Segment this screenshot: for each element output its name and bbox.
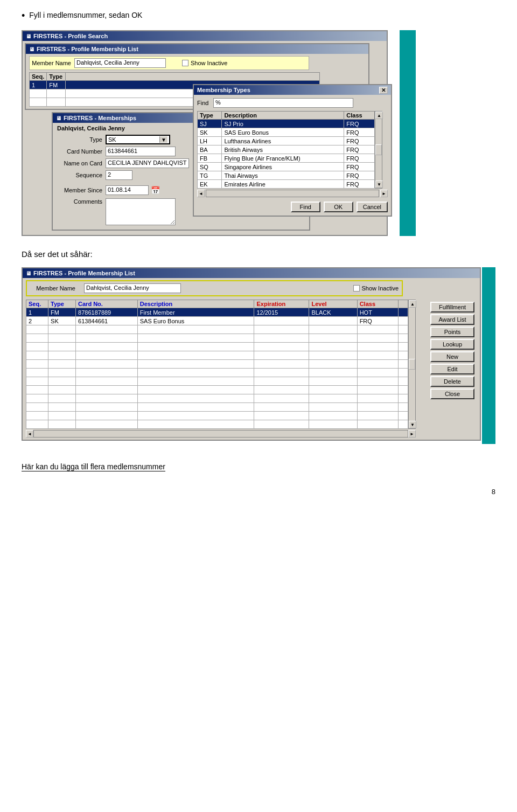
- points-button[interactable]: Points: [430, 327, 474, 337]
- second-scroll-down[interactable]: ▼: [409, 421, 416, 428]
- second-scrollbar[interactable]: ▲ ▼: [408, 300, 416, 429]
- type-dropdown-arrow[interactable]: ▼: [159, 136, 167, 143]
- member-since-label: Member Since: [57, 187, 106, 193]
- member-name-input[interactable]: Dahlqvist, Cecilia Jenny: [74, 58, 166, 68]
- checkbox-box[interactable]: [182, 60, 188, 66]
- footer-text: Här kan du lägga till flera medlemsnumme…: [22, 462, 165, 471]
- cell-cardno: 613844661: [76, 317, 138, 325]
- find-label: Find: [197, 100, 213, 106]
- comments-label: Comments: [57, 198, 106, 205]
- mtype-table-row[interactable]: BA British Airways FRQ: [198, 145, 375, 154]
- cell-type: FM: [48, 308, 76, 317]
- mtype-cell-desc: Thai Airways: [222, 171, 344, 180]
- table-row-empty: [26, 420, 408, 429]
- second-member-name-label: Member Name: [30, 285, 79, 292]
- mtype-table-row[interactable]: LH Lufthansa Airlines FRQ: [198, 137, 375, 145]
- second-scroll-up[interactable]: ▲: [409, 300, 416, 308]
- cell-cardno: 8786187889: [76, 308, 138, 317]
- second-scroll-right[interactable]: ►: [408, 430, 416, 438]
- scroll-down-arrow[interactable]: ▼: [375, 181, 383, 188]
- second-membership-list-window: 🖥 FIRSTRES - Profile Membership List Mem…: [22, 267, 481, 441]
- table-row[interactable]: 1 FM 8786187889 First Member 12/2015 BLA…: [26, 308, 408, 317]
- second-show-inactive[interactable]: Show Inactive: [353, 285, 399, 292]
- table-row-empty: [26, 377, 408, 386]
- ok-button[interactable]: OK: [324, 202, 353, 212]
- type-dropdown[interactable]: SK ▼: [106, 135, 170, 144]
- mtype-table-row[interactable]: FB Flying Blue (Air France/KLM) FRQ: [198, 154, 375, 163]
- memberships-icon: 🖥: [56, 115, 61, 121]
- cell-type: FM: [47, 81, 66, 89]
- col-empty: [66, 73, 320, 81]
- mtype-cell-desc: SAS Euro Bonus: [222, 128, 344, 137]
- fulfillment-button[interactable]: Fulfillment: [430, 302, 474, 313]
- mtype-col-type: Type: [198, 112, 222, 120]
- table-row-empty: [26, 360, 408, 369]
- find-button[interactable]: Find: [291, 202, 320, 212]
- edit-button[interactable]: Edit: [430, 364, 474, 374]
- mtype-cell-desc: SJ Prio: [222, 120, 344, 128]
- teal-decoration-2: [482, 267, 495, 444]
- mtype-cell-type: FB: [198, 154, 222, 163]
- mtype-cell-class: FRQ: [344, 180, 375, 189]
- col-desc: Description: [137, 300, 254, 308]
- mtype-cell-class: FRQ: [344, 171, 375, 180]
- card-number-input[interactable]: 613844661: [106, 147, 176, 156]
- table-row-empty: [26, 369, 408, 377]
- scroll-up-arrow[interactable]: ▲: [375, 112, 383, 119]
- mtype-cell-type: SK: [198, 128, 222, 137]
- scroll-left-arrow[interactable]: ◄: [197, 190, 205, 197]
- cell-empty: [399, 308, 408, 317]
- close-button[interactable]: Close: [430, 388, 474, 399]
- cancel-button[interactable]: Cancel: [357, 202, 388, 212]
- bullet-text: Fyll i medlemsnummer, sedan OK: [22, 11, 495, 20]
- col-level: Level: [309, 300, 357, 308]
- mtype-cell-type: SJ: [198, 120, 222, 128]
- mtype-table-row[interactable]: SJ SJ Prio FRQ: [198, 120, 375, 128]
- cell-seq: 2: [26, 317, 48, 325]
- member-name-label: Member Name: [31, 60, 74, 66]
- profile-membership-icon: 🖥: [29, 46, 34, 52]
- member-since-input[interactable]: 01.08.14: [106, 185, 149, 195]
- second-scroll-left[interactable]: ◄: [26, 430, 33, 438]
- cell-desc: SAS Euro Bonus: [137, 317, 254, 325]
- membership-types-dialog: Membership Types ✕ Find %: [193, 84, 392, 217]
- membership-types-title: Membership Types ✕: [194, 85, 391, 95]
- calendar-icon[interactable]: 📅: [151, 186, 160, 195]
- table-row-empty: [26, 412, 408, 420]
- mtype-cell-class: FRQ: [344, 163, 375, 171]
- col-seq: Seq.: [30, 73, 47, 81]
- profile-search-title: 🖥 FIRSTRES - Profile Search: [23, 31, 387, 41]
- mtype-table-row[interactable]: EK Emirates Airline FRQ: [198, 180, 375, 189]
- type-label: Type: [57, 136, 106, 143]
- delete-button[interactable]: Delete: [430, 376, 474, 387]
- second-member-name-input[interactable]: Dahlqvist, Cecilia Jenny: [84, 283, 181, 293]
- show-inactive-checkbox[interactable]: Show Inactive: [182, 60, 227, 66]
- mtype-table-row[interactable]: TG Thai Airways FRQ: [198, 171, 375, 180]
- mtype-cell-type: TG: [198, 171, 222, 180]
- scroll-right-arrow[interactable]: ►: [380, 190, 388, 197]
- find-input[interactable]: %: [213, 98, 353, 108]
- mtype-cell-desc: Emirates Airline: [222, 180, 344, 189]
- scroll-thumb[interactable]: [375, 144, 382, 155]
- lookup-button[interactable]: Lookup: [430, 339, 474, 350]
- side-buttons-panel: Fulfillment Award List Points Lookup New…: [428, 300, 477, 429]
- table-row-empty: [26, 351, 408, 360]
- name-on-card-input[interactable]: CECILIA JENNY DAHLQVIST: [106, 158, 189, 168]
- mtype-table-row[interactable]: SK SAS Euro Bonus FRQ: [198, 128, 375, 137]
- award-list-button[interactable]: Award List: [430, 314, 474, 325]
- col-expiry: Expiration: [254, 300, 309, 308]
- profile-search-window: 🖥 FIRSTRES - Profile Search 🖥 FIRSTRES -…: [22, 30, 388, 236]
- table-row[interactable]: 2 SK 613844661 SAS Euro Bonus FRQ: [26, 317, 408, 325]
- close-icon[interactable]: ✕: [379, 87, 388, 94]
- membership-types-scrollbar[interactable]: ▲ ▼: [375, 111, 382, 189]
- comments-textarea[interactable]: [106, 198, 176, 225]
- second-membership-list-title: 🖥 FIRSTRES - Profile Membership List: [23, 268, 480, 278]
- second-checkbox-box[interactable]: [353, 285, 360, 292]
- new-button[interactable]: New: [430, 351, 474, 362]
- cell-level: BLACK: [309, 308, 357, 317]
- mtype-cell-type: EK: [198, 180, 222, 189]
- sequence-input[interactable]: 2: [106, 170, 132, 180]
- second-scroll-thumb[interactable]: [409, 359, 415, 370]
- mtype-table-row[interactable]: SQ Singapore Airlines FRQ: [198, 163, 375, 171]
- mtype-col-description: Description: [222, 112, 344, 120]
